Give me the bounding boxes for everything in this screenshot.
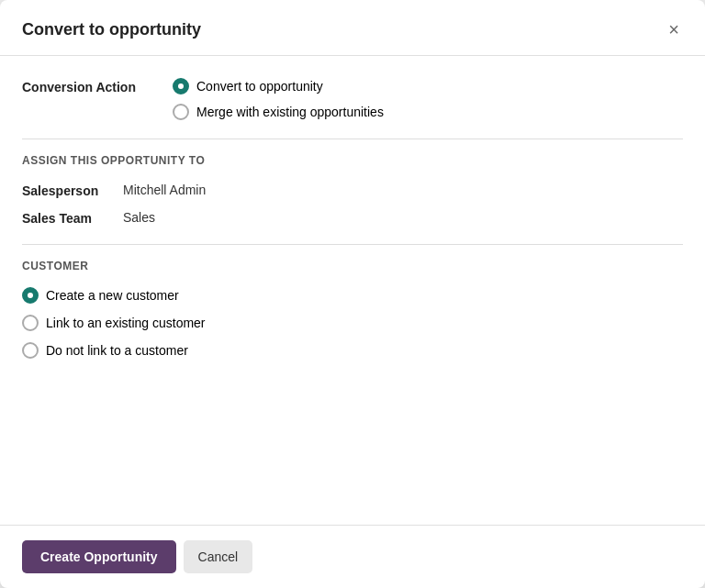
sales-team-value: Sales — [123, 210, 155, 225]
close-button[interactable]: × — [665, 18, 683, 40]
existing-customer-radio[interactable] — [22, 315, 39, 331]
dialog-container: Convert to opportunity × Conversion Acti… — [0, 0, 705, 588]
conversion-action-label: Conversion Action — [22, 78, 151, 94]
existing-customer-option[interactable]: Link to an existing customer — [22, 315, 683, 331]
new-customer-label: Create a new customer — [46, 288, 179, 303]
assign-divider — [22, 139, 683, 139]
customer-divider — [22, 244, 683, 245]
dialog-header: Convert to opportunity × — [0, 0, 705, 56]
no-customer-option[interactable]: Do not link to a customer — [22, 342, 683, 359]
salesperson-row: Salesperson Mitchell Admin — [22, 182, 683, 198]
customer-options: Create a new customer Link to an existin… — [22, 287, 683, 359]
conversion-action-options: Convert to opportunity Merge with existi… — [173, 78, 384, 120]
merge-option[interactable]: Merge with existing opportunities — [173, 104, 384, 120]
customer-section-title: CUSTOMER — [22, 260, 683, 272]
convert-radio[interactable] — [173, 78, 189, 94]
merge-radio[interactable] — [173, 104, 189, 120]
new-customer-option[interactable]: Create a new customer — [22, 287, 683, 304]
no-customer-label: Do not link to a customer — [46, 343, 188, 358]
dialog-title: Convert to opportunity — [22, 20, 201, 39]
sales-team-label: Sales Team — [22, 209, 123, 226]
cancel-button[interactable]: Cancel — [184, 540, 253, 573]
no-customer-radio[interactable] — [22, 342, 39, 359]
dialog-body: Conversion Action Convert to opportunity… — [0, 56, 705, 525]
dialog-footer: Create Opportunity Cancel — [0, 525, 705, 588]
merge-label: Merge with existing opportunities — [196, 105, 384, 119]
convert-option[interactable]: Convert to opportunity — [173, 78, 384, 94]
salesperson-label: Salesperson — [22, 182, 123, 198]
new-customer-radio[interactable] — [22, 287, 39, 304]
conversion-action-section: Conversion Action Convert to opportunity… — [22, 78, 683, 120]
assign-section-title: ASSIGN THIS OPPORTUNITY TO — [22, 154, 683, 167]
sales-team-row: Sales Team Sales — [22, 209, 683, 226]
salesperson-value: Mitchell Admin — [123, 183, 206, 197]
convert-label: Convert to opportunity — [196, 79, 323, 94]
create-opportunity-button[interactable]: Create Opportunity — [22, 540, 176, 573]
existing-customer-label: Link to an existing customer — [46, 316, 206, 330]
